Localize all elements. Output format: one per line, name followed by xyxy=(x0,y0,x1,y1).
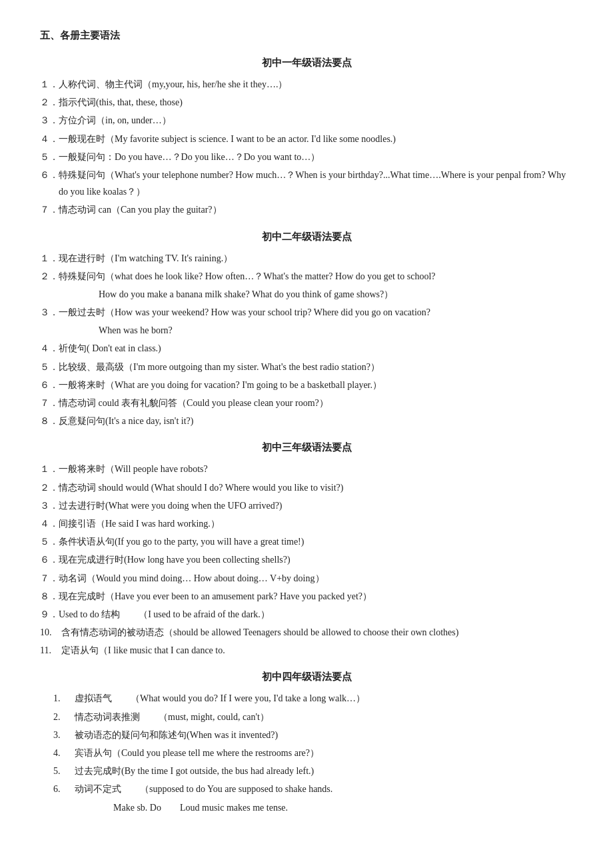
list-item: ７． 情态动词 can（Can you play the guitar?） xyxy=(40,201,573,218)
list-item: ９． Used to do 结构 （I used to be afraid of… xyxy=(40,606,573,623)
list-item: ３． 过去进行时(What were you doing when the UF… xyxy=(40,497,573,514)
grade4-title: 初中四年级语法要点 xyxy=(40,668,573,686)
list-item: ５． 一般疑问句：Do you have…？Do you like…？Do yo… xyxy=(40,149,573,165)
grade3-title: 初中三年级语法要点 xyxy=(40,439,573,457)
list-item: ４． 祈使句( Don't eat in class.) xyxy=(40,340,573,357)
list-item: ４． 间接引语（He said I was hard working.） xyxy=(40,515,573,532)
list-item: ３． 方位介词（in, on, under…） xyxy=(40,112,573,129)
list-item: ８． 现在完成时（Have you ever been to an amusem… xyxy=(40,588,573,605)
list-item: ５． 条件状语从句(If you go to the party, you wi… xyxy=(40,533,573,550)
grade2-section: 初中二年级语法要点 １． 现在进行时（I'm watching TV. It's… xyxy=(40,228,573,430)
list-item: ５． 比较级、最高级（I'm more outgoing than my sis… xyxy=(40,359,573,375)
list-item: 5. 过去完成时(By the time I got outside, the … xyxy=(40,763,573,779)
list-item: ２． 情态动词 should would (What should I do? … xyxy=(40,479,573,496)
list-item: ３． 一般过去时（How was your weekend? How was y… xyxy=(40,304,573,339)
list-item: ８． 反意疑问句(It's a nice day, isn't it?) xyxy=(40,413,573,429)
list-item: ７． 动名词（Would you mind doing… How about d… xyxy=(40,570,573,587)
list-item: ６． 特殊疑问句（What's your telephone number? H… xyxy=(40,167,573,200)
list-item: 2. 情态动词表推测 （must, might, could, can't） xyxy=(40,709,573,725)
list-item: １． 人称代词、物主代词（my,your, his, her/he she it… xyxy=(40,76,573,93)
list-item: １． 一般将来时（Will people have robots? xyxy=(40,461,573,477)
grade2-title: 初中二年级语法要点 xyxy=(40,228,573,246)
list-item: 4. 宾语从句（Could you please tell me where t… xyxy=(40,745,573,761)
list-item: ２． 指示代词(this, that, these, those) xyxy=(40,94,573,111)
list-item: 6. 动词不定式 （supposed to do You are suppose… xyxy=(40,781,573,815)
list-item: 10. 含有情态动词的被动语态（should be allowed Teenag… xyxy=(40,624,573,641)
list-item: ４． 一般现在时（My favorite subject is science.… xyxy=(40,131,573,147)
list-item: ６． 一般将来时（What are you doing for vacation… xyxy=(40,377,573,393)
list-item: 3. 被动语态的疑问句和陈述句(When was it invented?) xyxy=(40,727,573,743)
list-item: 11. 定语从句（I like music that I can dance t… xyxy=(40,642,573,659)
list-item: ７． 情态动词 could 表有礼貌问答（Could you please cl… xyxy=(40,395,573,411)
list-item: 1. 虚拟语气 （What would you do? If I were yo… xyxy=(40,690,573,707)
list-item: ６． 现在完成进行时(How long have you been collec… xyxy=(40,551,573,568)
list-item: １． 现在进行时（I'm watching TV. It's raining.） xyxy=(40,250,573,267)
grade1-section: 初中一年级语法要点 １． 人称代词、物主代词（my,your, his, her… xyxy=(40,54,573,219)
list-item: ２． 特殊疑问句（what does he look like? How oft… xyxy=(40,268,573,303)
grade1-title: 初中一年级语法要点 xyxy=(40,54,573,72)
main-title: 五、各册主要语法 xyxy=(40,27,573,45)
grade4-section: 初中四年级语法要点 1. 虚拟语气 （What would you do? If… xyxy=(40,668,573,815)
grade3-section: 初中三年级语法要点 １． 一般将来时（Will people have robo… xyxy=(40,439,573,659)
main-section: 五、各册主要语法 初中一年级语法要点 １． 人称代词、物主代词（my,your,… xyxy=(40,27,573,816)
